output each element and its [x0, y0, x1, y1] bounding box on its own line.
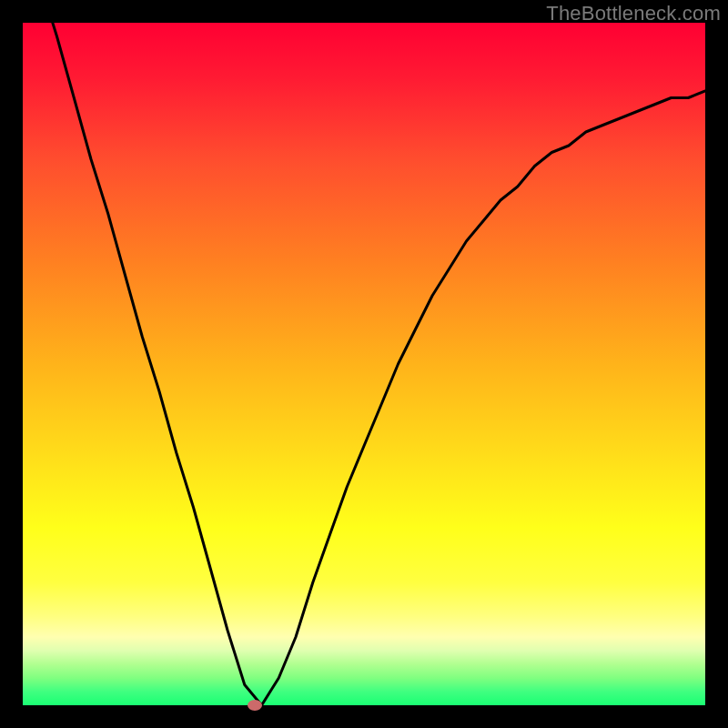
watermark-text: TheBottleneck.com: [546, 2, 721, 25]
minimum-marker: [248, 700, 262, 711]
chart-frame: TheBottleneck.com: [0, 0, 728, 728]
plot-area: [23, 23, 705, 705]
data-curve: [23, 23, 705, 705]
